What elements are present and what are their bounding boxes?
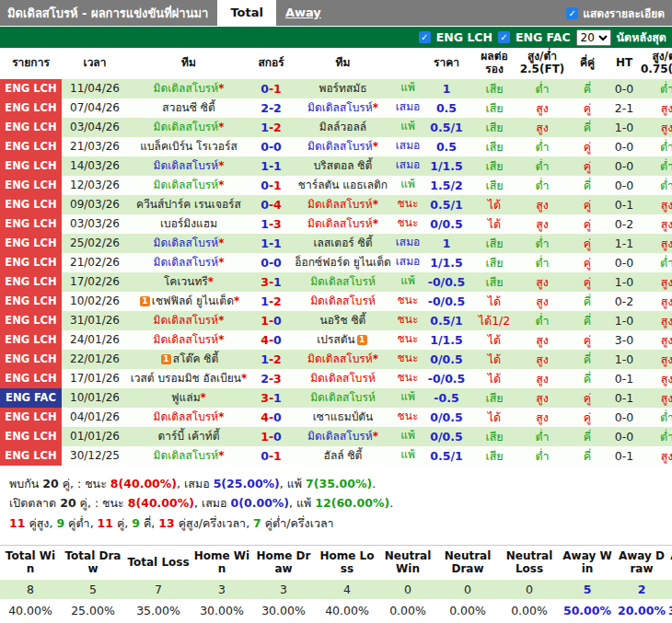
eng-fac-checkbox[interactable]	[498, 31, 510, 43]
home-team[interactable]: มิดเดิลสโบรห์*	[128, 253, 249, 272]
league-badge: ENG LCH	[0, 272, 62, 292]
page: มิดเดิลสโบรห์ - ผลการแข่งขันที่ผ่านมา To…	[0, 0, 672, 623]
handicap-result: เสีย	[470, 446, 518, 466]
match-date: 10/02/26	[62, 292, 128, 311]
half-time-score: 1-1	[608, 234, 640, 253]
away-team[interactable]: มิดเดิลสโบรห์*	[293, 427, 393, 446]
home-team[interactable]: ควีนส์ปาร์ค เรนเจอร์ส	[128, 195, 249, 214]
handicap-odds: 1.5/2	[423, 176, 470, 195]
match-row: ENG LCH30/12/25มิดเดิลสโบรห์*0-1ฮัลล์ ซิ…	[0, 446, 672, 466]
full-time-score: 1-3	[249, 214, 293, 234]
favorite-star-icon: *	[373, 198, 378, 211]
league-badge: ENG LCH	[0, 137, 62, 156]
handicap-result: เสีย	[470, 118, 518, 137]
full-time-score: 1-2	[249, 118, 293, 137]
home-team[interactable]: มิดเดิลสโบรห์*	[128, 156, 249, 176]
stats-header-cell: Neutral Loss	[499, 546, 560, 580]
away-team[interactable]: พอร์ทสมัธ	[293, 79, 393, 98]
match-result: ชนะ	[393, 195, 423, 214]
col-result	[393, 48, 423, 79]
half-time-score: 2-1	[608, 98, 640, 118]
away-team[interactable]: ชาร์ลตัน แอธเลติก	[293, 176, 393, 195]
away-team[interactable]: อ็อกซ์ฟอร์ด ยูไนเต็ด	[293, 253, 393, 272]
home-team[interactable]: มิดเดิลสโบรห์*	[128, 311, 249, 330]
over-under-ht: สูง	[640, 330, 672, 350]
match-date: 21/03/26	[62, 137, 128, 156]
away-goals: 1	[273, 449, 282, 463]
home-team[interactable]: สวอนซี ซิตี้	[128, 98, 249, 118]
away-team[interactable]: มิดเดิลสโบรห์	[293, 369, 393, 388]
full-time-score: 0-1	[249, 446, 293, 466]
half-time-score: 0-1	[608, 446, 640, 466]
away-team[interactable]: มิลล์วอลล์	[293, 118, 393, 137]
match-date: 14/03/26	[62, 156, 128, 176]
page-title: มิดเดิลสโบรห์ - ผลการแข่งขันที่ผ่านมา	[0, 4, 217, 23]
over-under-ft: ต่ำ	[518, 311, 566, 330]
matches-table: รายการ เวลา ทีม สกอร์ ทีม ราคา ผลต่อ รอง…	[0, 48, 672, 466]
full-time-score: 0-0	[249, 253, 293, 272]
team-name: พอร์ทสมัธ	[319, 82, 366, 95]
home-team[interactable]: มิดเดิลสโบรห์*	[128, 176, 249, 195]
away-team[interactable]: มิดเดิลสโบรห์*	[293, 350, 393, 369]
match-date: 07/04/26	[62, 98, 128, 118]
over-under-ht: สูง	[640, 388, 672, 408]
home-team[interactable]: มิดเดิลสโบรห์*	[128, 330, 249, 350]
away-goals: 0	[273, 430, 282, 444]
home-team[interactable]: แบล็คเบิร์น โรเวอร์ส	[128, 137, 249, 156]
home-goals: 0	[261, 140, 269, 154]
away-team[interactable]: ฮัลล์ ซิตี้	[293, 446, 393, 466]
tab-away[interactable]: Away	[276, 0, 330, 26]
away-team[interactable]: มิดเดิลสโบรห์	[293, 272, 393, 292]
away-team[interactable]: เซาแธมป์ตัน	[293, 408, 393, 427]
over-under-ft: ต่ำ	[518, 176, 566, 195]
team-name: สวอนซี ซิตี้	[162, 101, 214, 114]
show-details-checkbox[interactable]	[566, 7, 578, 19]
stats-header-row: Total WinTotal DrawTotal LossHome WinHom…	[0, 546, 672, 580]
half-time-score: 0-0	[608, 79, 640, 98]
away-team[interactable]: บริสตอล ซิตี้	[293, 156, 393, 176]
away-team[interactable]: มิดเดิลสโบรห์	[293, 292, 393, 311]
team-name: มิดเดิลสโบรห์	[310, 275, 376, 288]
home-team[interactable]: มิดเดิลสโบรห์*	[128, 408, 249, 427]
match-result: ชนะ	[393, 330, 423, 350]
home-team[interactable]: โคเวนทรี*	[128, 272, 249, 292]
half-time-score: 1-0	[608, 311, 640, 330]
league-badge: ENG LCH	[0, 330, 62, 350]
team-name: เซาแธมป์ตัน	[313, 410, 374, 423]
stats-pct-cell: 25.00%	[61, 599, 125, 623]
home-team[interactable]: เบอร์มิงแฮม	[128, 214, 249, 234]
away-team[interactable]: มิดเดิลสโบรห์*	[293, 195, 393, 214]
away-team[interactable]: เลสเตอร์ ซิตี้	[293, 234, 393, 253]
col-score: สกอร์	[249, 48, 293, 79]
match-date: 31/01/26	[62, 311, 128, 330]
odd-even: คู่	[566, 156, 608, 176]
home-team[interactable]: 1สโต๊ค ซิตี้	[128, 350, 249, 369]
team-note-icon: 1	[161, 354, 171, 364]
handicap-result: เสีย	[470, 137, 518, 156]
recent-matches-select[interactable]: 20	[576, 29, 611, 46]
stats-pct-cell: 0.00%	[436, 599, 499, 623]
match-result: แพ้	[393, 79, 423, 98]
home-team[interactable]: มิดเดิลสโบรห์*	[128, 118, 249, 137]
home-team[interactable]: 1เชฟฟิลด์ ยูไนเต็ด*	[128, 292, 249, 311]
team-note-icon: 1	[140, 296, 150, 306]
away-team[interactable]: มิดเดิลสโบรห์	[293, 388, 393, 408]
away-team[interactable]: นอริช ซิตี้	[293, 311, 393, 330]
league-filter-bar: ENG LCH ENG FAC 20 นัดหลังสุด	[0, 26, 672, 48]
match-result: แพ้	[393, 118, 423, 137]
match-row: ENG LCH07/04/26สวอนซี ซิตี้2-2มิดเดิลสโบ…	[0, 98, 672, 118]
eng-lch-checkbox[interactable]	[419, 31, 431, 43]
home-team[interactable]: ดาร์บี้ เค้าท์ตี้	[128, 427, 249, 446]
tab-total[interactable]: Total	[217, 0, 276, 26]
away-team[interactable]: มิดเดิลสโบรห์*	[293, 137, 393, 156]
away-team[interactable]: มิดเดิลสโบรห์*	[293, 98, 393, 118]
handicap-odds: 1/1.5	[423, 330, 470, 350]
home-team[interactable]: มิดเดิลสโบรห์*	[128, 79, 249, 98]
away-team[interactable]: มิดเดิลสโบรห์*	[293, 214, 393, 234]
home-team[interactable]: มิดเดิลสโบรห์*	[128, 234, 249, 253]
home-team[interactable]: เวสต์ บรอมมิช อัลเบียน*	[128, 369, 249, 388]
stats-value-cell: 0	[499, 580, 560, 599]
home-team[interactable]: ฟูแล่ม*	[128, 388, 249, 408]
home-team[interactable]: มิดเดิลสโบรห์*	[128, 446, 249, 466]
away-team[interactable]: เปรสตัน1	[293, 330, 393, 350]
